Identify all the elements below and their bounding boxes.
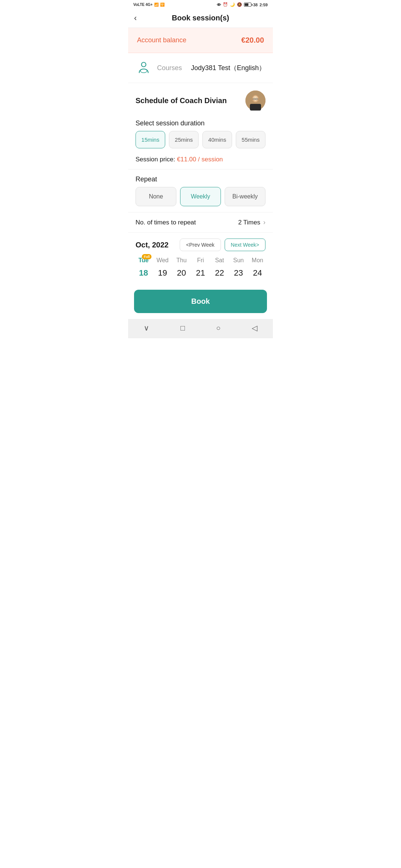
bottom-nav: ∨ □ ○ ◁ xyxy=(128,319,273,338)
course-row: Courses Jody381 Test（English） xyxy=(128,53,273,83)
repeat-label: Repeat xyxy=(128,170,273,187)
full-badge: Full xyxy=(142,254,151,259)
svg-rect-5 xyxy=(250,104,261,111)
session-price-label: Session price: xyxy=(136,156,175,163)
chevron-right-icon: › xyxy=(263,218,265,226)
eye-icon: 👁 xyxy=(217,3,221,7)
dates-row: 18 19 20 21 22 23 24 xyxy=(128,266,273,285)
day-col-fri: Fri xyxy=(191,257,210,264)
repeat-options: None Weekly Bi-weekly xyxy=(128,187,273,212)
battery-icon xyxy=(244,3,251,7)
book-button[interactable]: Book xyxy=(134,290,267,313)
nav-back-icon[interactable]: ○ xyxy=(216,324,221,332)
repeat-times-row[interactable]: No. of times to repeat 2 Times › xyxy=(128,212,273,233)
moon-icon: 🌙 xyxy=(230,2,235,7)
coach-avatar xyxy=(245,91,265,111)
back-button[interactable]: ‹ xyxy=(134,13,137,23)
network-label: VoLTE 4G+ xyxy=(133,3,153,7)
signal-icon: 📶 xyxy=(154,3,159,7)
schedule-title: Schedule of Coach Divian xyxy=(136,96,227,105)
duration-btn-55[interactable]: 55mins xyxy=(236,131,265,148)
session-price: Session price: €11.00 / session xyxy=(128,152,273,169)
duration-btn-40[interactable]: 40mins xyxy=(202,131,232,148)
date-col-19[interactable]: 19 xyxy=(153,268,172,278)
repeat-times-value: 2 Times › xyxy=(238,218,265,226)
account-balance-row: Account balance €20.00 xyxy=(128,28,273,53)
book-btn-container: Book xyxy=(128,285,273,319)
day-col-sat: Sat xyxy=(210,257,229,264)
nav-home-icon[interactable]: □ xyxy=(180,324,185,332)
status-bar: VoLTE 4G+ 📶 🛜 👁 ⏰ 🌙 🔕 38 2:59 xyxy=(128,0,273,9)
date-col-23[interactable]: 23 xyxy=(229,268,248,278)
date-col-24[interactable]: 24 xyxy=(248,268,267,278)
session-price-value: €11.00 / session xyxy=(177,156,223,163)
clock: 2:59 xyxy=(260,3,268,7)
schedule-section: Schedule of Coach Divian xyxy=(128,83,273,114)
duration-btn-25[interactable]: 25mins xyxy=(169,131,199,148)
day-col-sun: Sun xyxy=(229,257,248,264)
page-header: ‹ Book session(s) xyxy=(128,9,273,28)
date-col-20[interactable]: 20 xyxy=(172,268,191,278)
day-col-wed: Wed xyxy=(153,257,172,264)
account-balance-amount: €20.00 xyxy=(241,36,264,45)
calendar-month: Oct, 2022 xyxy=(136,241,169,249)
account-balance-label: Account balance xyxy=(137,36,186,44)
calendar-nav: <Prev Week Next Week> xyxy=(180,239,265,251)
prev-week-button[interactable]: <Prev Week xyxy=(180,239,221,251)
repeat-times-label: No. of times to repeat xyxy=(136,219,196,226)
duration-btn-15[interactable]: 15mins xyxy=(136,131,165,148)
status-left: VoLTE 4G+ 📶 🛜 xyxy=(133,3,164,7)
calendar-header: Oct, 2022 <Prev Week Next Week> xyxy=(128,233,273,255)
repeat-times-number: 2 Times xyxy=(238,219,260,226)
next-week-button[interactable]: Next Week> xyxy=(225,239,265,251)
day-col-mon: Mon xyxy=(248,257,267,264)
day-col-tue: Full Tue xyxy=(134,257,153,264)
day-col-thu: Thu xyxy=(172,257,191,264)
bell-icon: 🔕 xyxy=(237,2,242,7)
wifi-icon: 🛜 xyxy=(160,3,164,7)
repeat-btn-weekly[interactable]: Weekly xyxy=(180,187,221,206)
course-icon xyxy=(136,60,152,76)
duration-options: 15mins 25mins 40mins 55mins xyxy=(128,131,273,152)
status-right: 👁 ⏰ 🌙 🔕 38 2:59 xyxy=(217,2,268,7)
date-col-22[interactable]: 22 xyxy=(210,268,229,278)
nav-back-triangle-icon[interactable]: ◁ xyxy=(252,323,257,332)
date-col-21[interactable]: 21 xyxy=(191,268,210,278)
course-name: Jody381 Test（English） xyxy=(191,63,265,72)
date-col-18[interactable]: 18 xyxy=(134,268,153,278)
repeat-btn-none[interactable]: None xyxy=(136,187,176,206)
page-title: Book session(s) xyxy=(172,14,229,22)
nav-down-icon[interactable]: ∨ xyxy=(144,323,149,332)
repeat-btn-biweekly[interactable]: Bi-weekly xyxy=(225,187,265,206)
course-label: Courses xyxy=(157,64,182,72)
svg-point-0 xyxy=(141,62,146,67)
svg-point-1 xyxy=(140,69,147,73)
session-duration-label: Select session duration xyxy=(128,114,273,131)
battery-level: 38 xyxy=(253,3,258,7)
alarm-icon: ⏰ xyxy=(223,2,228,7)
days-header: Full Tue Wed Thu Fri Sat Sun Mon xyxy=(128,255,273,266)
